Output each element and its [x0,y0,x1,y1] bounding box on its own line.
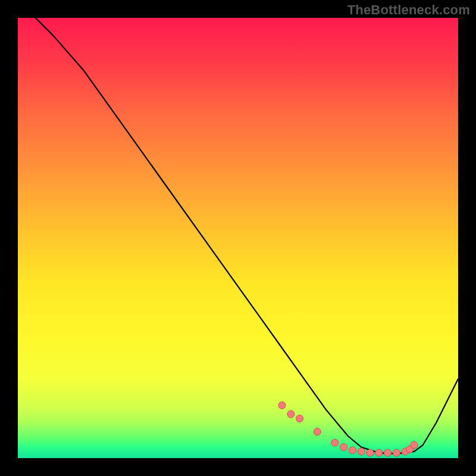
marker-dot [393,449,400,456]
marker-dot [367,449,374,456]
marker-dot [296,415,303,422]
marker-dot [375,449,383,456]
watermark-label: TheBottleneck.com [347,2,470,18]
marker-dot [287,411,295,418]
chart-frame: TheBottleneck.com [0,0,476,476]
marker-dot [349,447,356,454]
marker-dot [384,449,392,456]
marker-dot [278,402,286,409]
marker-dot [314,428,321,436]
marker-dot [358,448,365,455]
plot-svg [18,18,458,458]
gradient-background [18,18,458,458]
bottleneck-plot [18,18,458,458]
marker-dot [331,439,339,446]
marker-dot [340,444,347,451]
marker-dot [411,441,418,449]
